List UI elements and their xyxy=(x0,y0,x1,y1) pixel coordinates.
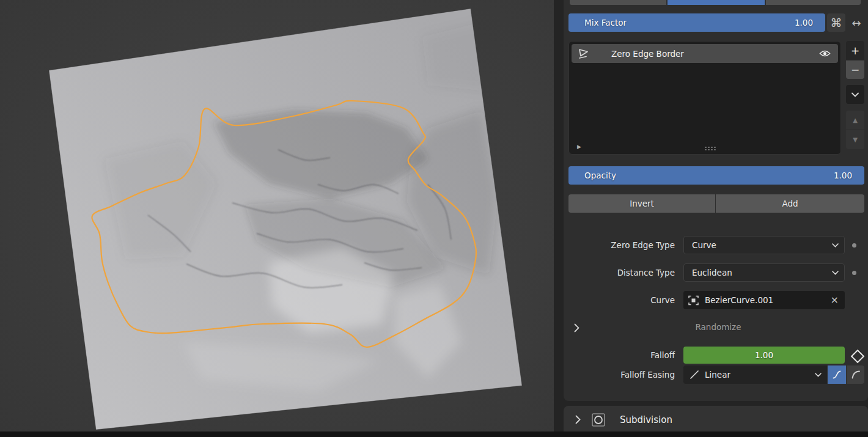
opacity-label: Opacity xyxy=(584,171,616,180)
invert-button[interactable]: Invert xyxy=(568,194,715,213)
mix-factor-slider[interactable]: Mix Factor 1.00 xyxy=(568,13,825,32)
tab-segment-active[interactable] xyxy=(668,0,765,5)
minus-icon: − xyxy=(851,64,859,76)
filter-expand-icon[interactable]: ▶ xyxy=(577,144,581,150)
zero-edge-layer-icon xyxy=(577,47,590,61)
remove-layer-button[interactable]: − xyxy=(846,61,864,79)
ease-in-out-button[interactable] xyxy=(828,365,846,384)
animate-dot-zero-edge-type[interactable] xyxy=(852,243,856,248)
falloff-easing-value: Linear xyxy=(705,370,730,380)
chevron-down-icon xyxy=(815,373,822,377)
zero-edge-type-dropdown[interactable]: Curve xyxy=(683,236,845,254)
chevron-right-icon xyxy=(575,415,581,424)
randomize-expand-chevron[interactable] xyxy=(574,323,579,332)
decorator-icon: ⌘ xyxy=(831,16,842,29)
mix-factor-value: 1.00 xyxy=(795,18,813,28)
subdivision-panel-label[interactable]: Subdivision xyxy=(620,411,672,428)
opacity-value: 1.00 xyxy=(834,171,852,180)
chevron-down-icon xyxy=(832,243,839,248)
tab-segment-left[interactable] xyxy=(570,0,666,5)
clear-x-icon[interactable]: × xyxy=(831,295,839,305)
chevron-down-icon xyxy=(851,92,859,97)
list-resize-grip[interactable] xyxy=(705,147,707,149)
visibility-eye-icon[interactable] xyxy=(819,50,831,57)
add-button-label: Add xyxy=(782,199,798,208)
terrain-render xyxy=(0,0,554,437)
zero-edge-type-label: Zero Edge Type xyxy=(568,236,675,254)
editor-bottom-edge xyxy=(0,431,868,437)
distance-type-value: Euclidean xyxy=(692,268,732,277)
falloff-easing-label: Falloff Easing xyxy=(568,365,675,384)
s-curve-icon xyxy=(832,370,842,380)
mix-factor-label: Mix Factor xyxy=(584,18,627,28)
move-layer-group: ▲ ▼ xyxy=(846,111,864,149)
add-button[interactable]: Add xyxy=(716,194,864,213)
object-data-icon xyxy=(688,295,699,306)
3d-viewport[interactable] xyxy=(0,0,554,437)
subdivision-modifier-icon xyxy=(590,412,606,428)
move-down-button[interactable]: ▼ xyxy=(846,130,864,149)
chevron-down-icon xyxy=(832,271,839,275)
move-up-button[interactable]: ▲ xyxy=(846,111,864,130)
linear-easing-icon xyxy=(690,370,699,380)
curve-object-name: BezierCurve.001 xyxy=(705,295,773,305)
list-item-label: Zero Edge Border xyxy=(611,49,684,59)
extrapolate-toggle[interactable]: ↔ xyxy=(847,13,866,32)
opacity-slider[interactable]: Opacity 1.00 xyxy=(568,166,864,185)
subdivision-expand-chevron[interactable] xyxy=(575,415,581,424)
add-layer-button[interactable]: + xyxy=(846,41,864,60)
list-item[interactable]: Zero Edge Border xyxy=(572,44,838,63)
falloff-value: 1.00 xyxy=(755,350,773,360)
animate-decorator-button[interactable]: ⌘ xyxy=(827,13,845,32)
ease-out-button[interactable] xyxy=(847,365,864,384)
animate-dot-distance-type[interactable] xyxy=(852,271,856,275)
blender-window: Mix Factor 1.00 ⌘ ↔ Zero Edge Border ▶ +… xyxy=(0,0,868,437)
chevron-right-icon xyxy=(574,323,579,332)
subdivision-panel-header-box xyxy=(564,406,868,433)
falloff-easing-dropdown[interactable]: Linear xyxy=(683,365,827,384)
invert-button-label: Invert xyxy=(630,199,654,208)
falloff-label: Falloff xyxy=(568,347,675,364)
move-down-icon: ▼ xyxy=(853,136,858,143)
tab-segment-right[interactable] xyxy=(766,0,861,5)
randomize-section-label[interactable]: Randomize xyxy=(623,322,813,332)
ease-curve-icon xyxy=(851,370,861,380)
curve-field-label: Curve xyxy=(568,291,675,309)
swap-arrows-icon: ↔ xyxy=(851,17,861,29)
plus-icon: + xyxy=(851,45,859,57)
distance-type-dropdown[interactable]: Euclidean xyxy=(683,263,845,282)
curve-object-field[interactable]: BezierCurve.001 × xyxy=(683,291,845,309)
falloff-slider[interactable]: 1.00 xyxy=(683,347,845,364)
list-specials-menu-button[interactable] xyxy=(846,85,864,104)
move-up-icon: ▲ xyxy=(853,117,858,123)
mask-layer-list[interactable]: Zero Edge Border ▶ xyxy=(568,41,841,155)
zero-edge-type-value: Curve xyxy=(692,240,716,250)
distance-type-label: Distance Type xyxy=(568,263,675,282)
